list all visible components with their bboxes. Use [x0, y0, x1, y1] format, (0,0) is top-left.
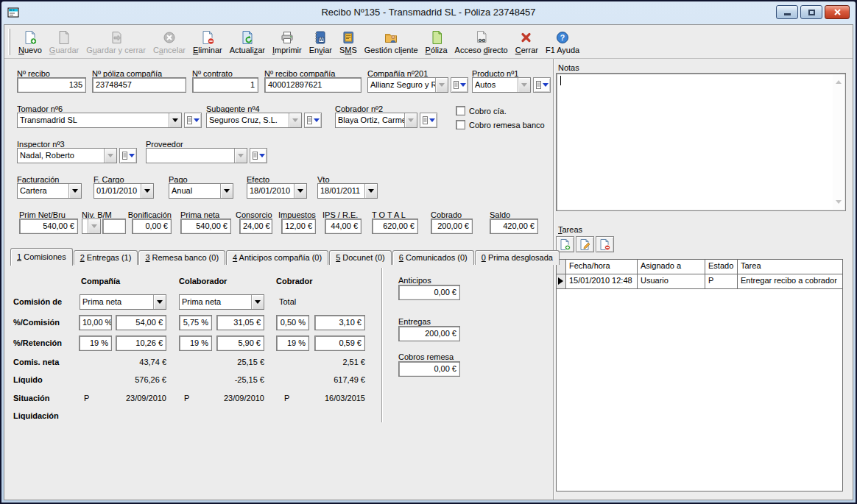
deliveries-field[interactable]: 200,00 € — [398, 326, 460, 341]
toolbar-button-guardar[interactable]: Guardar — [46, 29, 82, 55]
toolbar-button-gestion-cliente[interactable]: Gestión cliente — [361, 29, 422, 55]
collector-commission-pct-field[interactable]: 0,50 % — [276, 315, 309, 330]
toolbar-button-nuevo[interactable]: Nuevo — [15, 29, 46, 55]
expiry-date-select[interactable]: 18/01/2011 — [317, 183, 378, 199]
tab-docunet[interactable]: 5 Docunet (0) — [329, 250, 392, 265]
notes-textarea[interactable] — [556, 73, 846, 211]
toolbar-button-f1-ayuda[interactable]: ? F1 Ayuda — [542, 29, 583, 55]
product-lookup-button[interactable] — [533, 77, 551, 93]
task-row[interactable]: 15/01/2010 12:48 Usuario P Entregar reci… — [557, 274, 842, 289]
titlebar[interactable]: Recibo Nº135 - Transmadrid SL - Póliza 2… — [1, 1, 856, 24]
column-header-fecha-hora[interactable]: Fecha/hora — [566, 260, 638, 274]
policyholder-lookup-button[interactable] — [184, 113, 202, 128]
collaborator-retention-pct-field[interactable]: 19 % — [179, 336, 212, 351]
toolbar-button-cerrar[interactable]: Cerrar — [512, 29, 542, 55]
tab-prima-desglosada[interactable]: 0 Prima desglosada — [475, 250, 560, 265]
product-select[interactable]: Autos — [472, 77, 531, 93]
policyholder-select[interactable]: Transmadrid SL — [17, 113, 182, 128]
edit-task-icon — [579, 238, 591, 251]
toolbar-button-acceso-directo[interactable]: Acceso directo — [451, 29, 512, 55]
bm-level-field[interactable] — [102, 219, 126, 234]
scroll-down-icon[interactable] — [836, 200, 842, 207]
collector-situation-status: P — [284, 394, 289, 402]
collaborator-retention-amount-field[interactable]: 5,90 € — [216, 336, 264, 351]
inspector-lookup-button[interactable] — [119, 148, 137, 163]
company-select[interactable]: Allianz Seguro y Rea — [367, 77, 448, 93]
collector-select[interactable]: Blaya Ortiz, Carmen — [335, 113, 417, 128]
subagent-select[interactable]: Seguros Cruz, S.L. — [206, 113, 302, 128]
company-retention-pct-field[interactable]: 19 % — [79, 336, 112, 351]
collaborator-net-commission-value: 25,15 € — [198, 358, 264, 366]
tab-comisiones[interactable]: 1 Comisiones — [10, 248, 73, 266]
collector-commission-amount-field[interactable]: 3,10 € — [314, 315, 365, 330]
toolbar-button-imprimir[interactable]: Imprimir — [269, 29, 306, 55]
ips-re-field[interactable]: 44,00 € — [325, 219, 362, 234]
chevron-down-icon — [153, 295, 166, 309]
supplier-select[interactable] — [146, 148, 247, 163]
collaborator-commission-amount-field[interactable]: 31,05 € — [216, 315, 264, 330]
company-commission-of-select[interactable]: Prima neta — [80, 294, 166, 310]
company-commission-amount-field[interactable]: 54,00 € — [116, 315, 166, 330]
minimize-button[interactable] — [776, 5, 798, 19]
company-retention-amount-field[interactable]: 10,26 € — [116, 336, 166, 351]
notes-scrollbar[interactable] — [833, 74, 844, 210]
column-header-asignado-a[interactable]: Asignado a — [638, 260, 705, 274]
toolbar-button-eliminar[interactable]: Eliminar — [189, 29, 226, 55]
net-gross-premium-field[interactable]: 540,00 € — [19, 219, 78, 234]
charge-date-select[interactable]: 01/01/2010 — [94, 183, 154, 199]
delete-task-button[interactable] — [596, 236, 614, 252]
edit-task-button[interactable] — [576, 236, 594, 252]
toolbar-button-poliza[interactable]: Póliza — [422, 29, 451, 55]
close-button[interactable] — [825, 5, 850, 19]
bank-remittance-checkbox[interactable] — [456, 120, 465, 129]
contract-number-field[interactable]: 1 — [192, 77, 258, 93]
toolbar-button-label: Guardar — [49, 46, 79, 54]
column-header-tarea[interactable]: Tarea — [738, 260, 842, 274]
tasks-table-header: Fecha/hora Asignado a Estado Tarea — [557, 260, 842, 274]
payment-select[interactable]: Anual — [169, 183, 233, 199]
effect-date-select[interactable]: 18/01/2010 — [247, 183, 307, 199]
toolbar: Nuevo Guardar Guardar y cerrar Cancelar … — [4, 25, 853, 59]
collected-field[interactable]: 200,00 € — [431, 219, 473, 234]
scroll-up-icon[interactable] — [836, 77, 842, 84]
subagent-lookup-button[interactable] — [304, 113, 322, 128]
chevron-down-icon — [234, 149, 247, 163]
chevron-down-icon — [289, 113, 301, 127]
consortium-field[interactable]: 24,00 € — [239, 219, 272, 234]
company-receipt-number-field[interactable]: 400012897621 — [264, 77, 362, 93]
taxes-field[interactable]: 12,00 € — [281, 219, 316, 234]
collaborator-commission-pct-field[interactable]: 5,75 % — [179, 315, 212, 330]
tab-anticipos-compania[interactable]: 4 Anticipos compañía (0) — [226, 250, 328, 265]
collaborator-commission-of-select[interactable]: Prima neta — [179, 294, 264, 310]
balance-field[interactable]: 420,00 € — [490, 219, 538, 234]
column-header-estado[interactable]: Estado — [705, 260, 738, 274]
toolbar-button-actualizar[interactable]: Actualizar — [226, 29, 269, 55]
receipt-number-field[interactable]: 135 — [17, 77, 86, 93]
bm-level-select[interactable] — [82, 219, 101, 234]
toolbar-button-cancelar[interactable]: Cancelar — [149, 29, 189, 55]
remittance-collections-field[interactable]: 0,00 € — [398, 361, 460, 377]
billing-select[interactable]: Cartera — [17, 183, 82, 199]
tab-comunicados[interactable]: 6 Comunicados (0) — [392, 250, 474, 265]
collector-retention-amount-field[interactable]: 0,59 € — [314, 336, 365, 351]
advances-field[interactable]: 0,00 € — [398, 285, 460, 300]
toolbar-button-sms[interactable]: SMS — [336, 29, 361, 55]
toolbar-grip[interactable] — [8, 29, 10, 55]
total-field[interactable]: 620,00 € — [372, 219, 418, 234]
inspector-select[interactable]: Nadal, Roberto — [17, 148, 117, 163]
company-policy-number-field[interactable]: 23748457 — [92, 77, 186, 93]
collector-retention-pct-field[interactable]: 19 % — [276, 336, 309, 351]
company-lookup-button[interactable] — [451, 77, 468, 93]
collector-lookup-button[interactable] — [420, 113, 437, 128]
company-commission-pct-field[interactable]: 10,00 % — [79, 315, 112, 330]
supplier-lookup-button[interactable] — [250, 148, 267, 163]
tab-entregas[interactable]: 2 Entregas (1) — [74, 250, 138, 265]
bonus-field[interactable]: 0,00 € — [132, 219, 172, 234]
maximize-button[interactable] — [800, 5, 822, 19]
tab-remesa-banco[interactable]: 3 Remesa banco (0) — [138, 250, 225, 265]
net-premium-field[interactable]: 540,00 € — [180, 219, 231, 234]
new-document-icon — [23, 30, 38, 45]
company-collection-checkbox[interactable] — [456, 106, 465, 116]
toolbar-button-enviar[interactable]: W Enviar — [306, 29, 336, 55]
toolbar-button-guardar-y-cerrar[interactable]: Guardar y cerrar — [82, 29, 149, 55]
